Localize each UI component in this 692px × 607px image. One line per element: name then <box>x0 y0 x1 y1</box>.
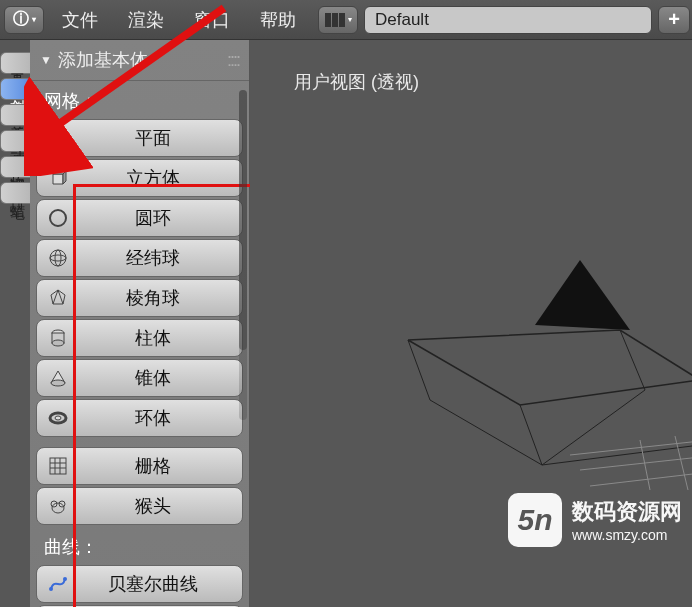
curve-section-label: 曲线： <box>30 527 249 565</box>
add-circle-button[interactable]: 圆环 <box>36 199 243 237</box>
svg-line-30 <box>408 340 430 400</box>
scroll-track[interactable] <box>239 90 247 420</box>
tab-relations[interactable]: 关系 <box>0 104 30 126</box>
cylinder-icon <box>47 327 69 349</box>
add-plane-button[interactable]: 平面 <box>36 119 243 157</box>
svg-point-17 <box>55 416 61 420</box>
screen-layout-button[interactable]: ▾ <box>318 6 358 34</box>
svg-point-13 <box>52 340 64 346</box>
viewport-geometry <box>390 240 692 490</box>
svg-marker-1 <box>53 174 63 184</box>
prim-label: 经纬球 <box>73 246 232 270</box>
menu-file[interactable]: 文件 <box>48 2 112 38</box>
tab-tools[interactable]: 工具 <box>0 52 30 74</box>
grid-icon <box>47 455 69 477</box>
add-grid-button[interactable]: 栅格 <box>36 447 243 485</box>
add-uv-sphere-button[interactable]: 经纬球 <box>36 239 243 277</box>
info-icon: ⓘ <box>13 9 29 30</box>
add-cube-button[interactable]: 立方体 <box>36 159 243 197</box>
watermark-logo-icon: 5n <box>508 493 562 547</box>
viewport-label: 用户视图 (透视) <box>294 70 419 94</box>
prim-label: 栅格 <box>73 454 232 478</box>
add-torus-button[interactable]: 环体 <box>36 399 243 437</box>
svg-rect-0 <box>50 130 66 146</box>
top-menu-bar: ⓘ ▾ 文件 渲染 窗口 帮助 ▾ Default + <box>0 0 692 40</box>
watermark-title: 数码资源网 <box>572 497 682 527</box>
svg-point-27 <box>63 577 67 581</box>
screen-layout-name[interactable]: Default <box>364 6 652 34</box>
svg-rect-18 <box>50 458 66 474</box>
svg-marker-29 <box>535 260 630 330</box>
cone-icon <box>47 367 69 389</box>
svg-line-35 <box>640 440 650 490</box>
svg-point-7 <box>55 250 61 266</box>
tab-grease-pencil[interactable]: 蜡笔 <box>0 182 30 204</box>
add-cylinder-button[interactable]: 柱体 <box>36 319 243 357</box>
panel-drag-icon[interactable]: :::: <box>227 50 239 71</box>
torus-icon <box>47 407 69 429</box>
plus-icon: + <box>668 8 680 31</box>
3d-viewport[interactable]: 用户视图 (透视) 5n 数码资源网 www.smzy.com <box>250 40 692 607</box>
svg-point-26 <box>49 587 53 591</box>
plane-icon <box>47 127 69 149</box>
mesh-section-label: 网格： <box>30 81 249 119</box>
svg-point-4 <box>50 210 66 226</box>
add-monkey-button[interactable]: 猴头 <box>36 487 243 525</box>
svg-line-31 <box>430 400 542 465</box>
prim-label: 猴头 <box>73 494 232 518</box>
layout-icon <box>325 13 345 27</box>
prim-label: 锥体 <box>73 366 232 390</box>
toolshelf-tabs: 工具 创建 关系 动画 物理 蜡笔 <box>0 40 30 607</box>
svg-line-32 <box>570 440 692 455</box>
add-cone-button[interactable]: 锥体 <box>36 359 243 397</box>
prim-label: 立方体 <box>73 166 232 190</box>
prim-label: 贝塞尔曲线 <box>73 572 232 596</box>
tab-create[interactable]: 创建 <box>0 78 30 100</box>
disclosure-triangle-icon: ▼ <box>40 53 52 67</box>
info-editor-button[interactable]: ⓘ ▾ <box>4 6 44 34</box>
svg-marker-8 <box>51 290 65 304</box>
svg-point-5 <box>50 250 66 266</box>
chevron-down-icon: ▾ <box>348 15 352 24</box>
svg-point-6 <box>50 255 66 261</box>
prim-label: 棱角球 <box>73 286 232 310</box>
chevron-down-icon: ▾ <box>32 15 36 24</box>
ico-sphere-icon <box>47 287 69 309</box>
watermark: 5n 数码资源网 www.smzy.com <box>508 493 682 547</box>
watermark-url: www.smzy.com <box>572 527 682 543</box>
prim-label: 柱体 <box>73 326 232 350</box>
add-screen-button[interactable]: + <box>658 6 690 34</box>
tab-animation[interactable]: 动画 <box>0 130 30 152</box>
scroll-thumb[interactable] <box>239 90 247 350</box>
monkey-icon <box>47 495 69 517</box>
panel-header[interactable]: ▼ 添加基本体 :::: <box>30 40 249 81</box>
prim-label: 环体 <box>73 406 232 430</box>
add-ico-sphere-button[interactable]: 棱角球 <box>36 279 243 317</box>
svg-point-15 <box>51 380 65 386</box>
svg-line-34 <box>590 472 692 486</box>
svg-line-36 <box>675 436 688 490</box>
svg-marker-3 <box>63 171 66 184</box>
uv-sphere-icon <box>47 247 69 269</box>
add-bezier-button[interactable]: 贝塞尔曲线 <box>36 565 243 603</box>
tab-physics[interactable]: 物理 <box>0 156 30 178</box>
circle-icon <box>47 207 69 229</box>
menu-render[interactable]: 渲染 <box>114 2 178 38</box>
cube-icon <box>47 167 69 189</box>
prim-label: 圆环 <box>73 206 232 230</box>
menu-window[interactable]: 窗口 <box>180 2 244 38</box>
menu-help[interactable]: 帮助 <box>246 2 310 38</box>
bezier-icon <box>47 573 69 595</box>
toolshelf-panel: ▼ 添加基本体 :::: 网格： 平面 立方体 圆环 <box>30 40 250 607</box>
svg-point-25 <box>52 503 64 513</box>
prim-label: 平面 <box>73 126 232 150</box>
panel-title: 添加基本体 <box>58 48 148 72</box>
menu-list: 文件 渲染 窗口 帮助 <box>48 2 310 38</box>
